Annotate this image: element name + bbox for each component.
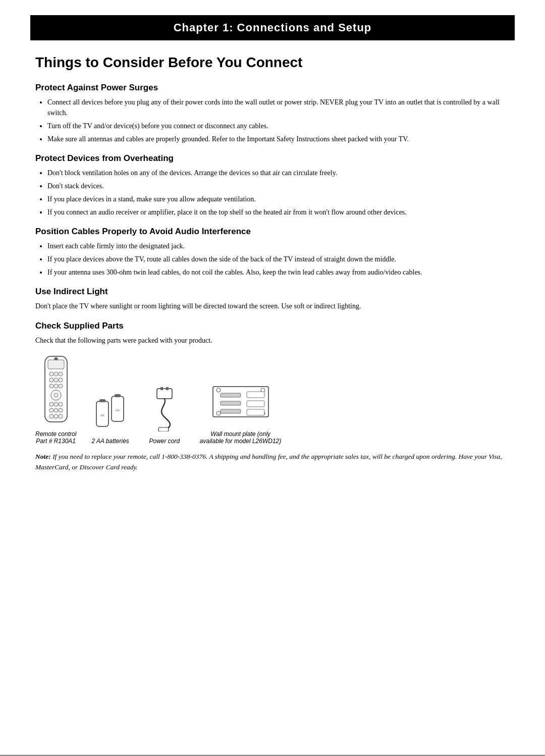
svg-point-20 xyxy=(49,414,53,418)
svg-rect-31 xyxy=(166,387,169,390)
svg-point-10 xyxy=(54,384,58,388)
svg-point-18 xyxy=(54,408,58,412)
section-title-power-surges: Protect Against Power Surges xyxy=(35,83,510,93)
svg-point-16 xyxy=(59,402,63,406)
list-item: Insert each cable firmly into the design… xyxy=(47,241,510,251)
svg-point-21 xyxy=(54,414,58,418)
svg-point-7 xyxy=(54,378,58,382)
svg-text:AA: AA xyxy=(100,414,104,417)
svg-point-9 xyxy=(49,384,53,388)
part-label-power-cord: Power cord xyxy=(149,438,180,445)
part-batteries: AA AA 2 AA batteries xyxy=(91,391,129,445)
svg-point-3 xyxy=(49,372,53,376)
svg-point-37 xyxy=(216,388,221,392)
svg-point-5 xyxy=(59,372,63,376)
bullet-list-overheating: Don't block ventilation holes on any of … xyxy=(47,168,510,218)
page: Chapter 1: Connections and Setup Things … xyxy=(0,15,545,756)
list-item: Don't block ventilation holes on any of … xyxy=(47,168,510,178)
part-label-wall-mount: Wall mount plate (only available for mod… xyxy=(200,430,281,445)
svg-rect-30 xyxy=(160,387,163,390)
list-item: Don't stack devices. xyxy=(47,181,510,191)
svg-point-15 xyxy=(54,402,58,406)
svg-rect-27 xyxy=(115,394,121,397)
svg-rect-42 xyxy=(247,401,264,407)
section-title-overheating: Protect Devices from Overheating xyxy=(35,153,510,164)
svg-rect-36 xyxy=(221,409,241,413)
svg-rect-34 xyxy=(221,393,241,397)
list-item: Make sure all antennas and cables are pr… xyxy=(47,134,510,144)
svg-point-13 xyxy=(54,393,58,397)
svg-point-8 xyxy=(59,378,63,382)
svg-rect-1 xyxy=(48,360,64,369)
svg-text:AA: AA xyxy=(116,409,120,412)
chapter-header: Chapter 1: Connections and Setup xyxy=(30,15,515,40)
list-item: If you place devices above the TV, route… xyxy=(47,254,510,264)
body-text-indirect-light: Don't place the TV where sunlight or roo… xyxy=(35,301,510,312)
list-item: Turn off the TV and/or device(s) before … xyxy=(47,121,510,131)
svg-point-4 xyxy=(54,372,58,376)
svg-rect-43 xyxy=(247,409,264,415)
svg-point-14 xyxy=(49,402,53,406)
section-title-supplied-parts: Check Supplied Parts xyxy=(35,321,510,331)
part-label-remote: Remote control Part # R130A1 xyxy=(35,430,76,445)
svg-point-39 xyxy=(216,411,221,415)
list-item: If you place devices in a stand, make su… xyxy=(47,194,510,204)
note-text: If you need to replace your remote, call… xyxy=(35,453,502,470)
parts-images: Remote control Part # R130A1 AA AA xyxy=(35,354,510,445)
part-wall-mount: Wall mount plate (only available for mod… xyxy=(200,379,281,445)
page-content: Things to Consider Before You Connect Pr… xyxy=(0,40,545,482)
svg-point-22 xyxy=(59,414,63,418)
svg-point-2 xyxy=(54,357,58,360)
body-text-supplied-parts: Check that the following parts were pack… xyxy=(35,335,510,346)
bullet-list-audio-interference: Insert each cable firmly into the design… xyxy=(47,241,510,278)
svg-rect-24 xyxy=(99,399,105,402)
list-item: Connect all devices before you plug any … xyxy=(47,97,510,118)
remote-control-image xyxy=(36,354,76,426)
part-remote-control: Remote control Part # R130A1 xyxy=(35,354,76,445)
batteries-image: AA AA xyxy=(94,391,127,434)
part-label-batteries: 2 AA batteries xyxy=(91,438,129,445)
section-title-audio-interference: Position Cables Properly to Avoid Audio … xyxy=(35,227,510,237)
page-title: Things to Consider Before You Connect xyxy=(35,55,510,71)
wall-mount-image xyxy=(210,379,271,426)
note-box: Note: If you need to replace your remote… xyxy=(35,452,510,472)
bullet-list-power-surges: Connect all devices before you plug any … xyxy=(47,97,510,144)
section-title-indirect-light: Use Indirect Light xyxy=(35,287,510,297)
note-bold-label: Note: xyxy=(35,453,51,460)
list-item: If you connect an audio receiver or ampl… xyxy=(47,207,510,218)
svg-point-11 xyxy=(59,384,63,388)
svg-point-6 xyxy=(49,378,53,382)
power-cord-image xyxy=(144,386,185,434)
svg-point-19 xyxy=(59,408,63,412)
part-power-cord: Power cord xyxy=(144,386,185,445)
svg-rect-35 xyxy=(221,401,241,405)
svg-rect-29 xyxy=(157,389,172,399)
svg-rect-41 xyxy=(247,392,264,398)
svg-rect-32 xyxy=(158,427,169,431)
list-item: If your antenna uses 300-ohm twin lead c… xyxy=(47,267,510,278)
svg-point-17 xyxy=(49,408,53,412)
